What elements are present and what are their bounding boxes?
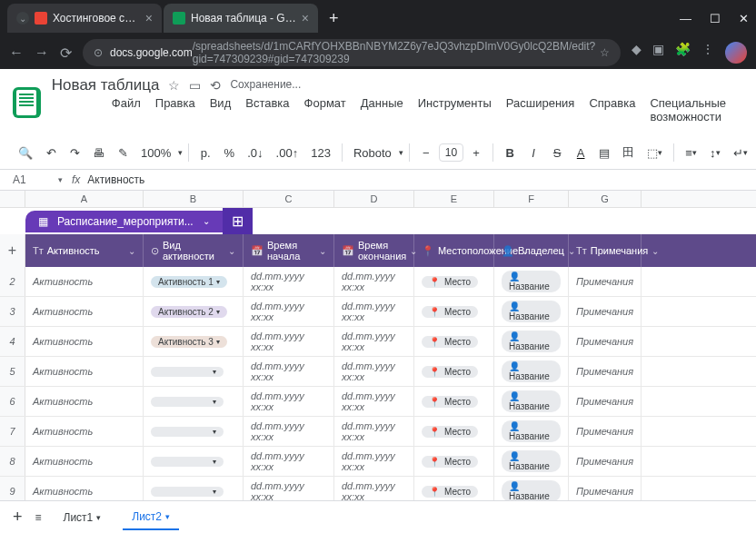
cell-owner[interactable]: 👤 Название	[494, 327, 569, 356]
table-name-chip[interactable]: ▦ Расписание_мероприяти... ⌄	[25, 211, 223, 232]
cell-location[interactable]: 📍Место	[414, 477, 494, 500]
cell-activity[interactable]: Активность	[25, 267, 144, 296]
row-header[interactable]: 8	[0, 447, 25, 476]
cell-end[interactable]: dd.mm.yyyy xx:xx	[334, 447, 414, 476]
cell-notes[interactable]: Примечания	[569, 357, 642, 386]
cloud-status-icon[interactable]: ⟲	[210, 78, 221, 93]
star-icon[interactable]: ☆	[600, 46, 610, 59]
cell-type[interactable]: Активность 2▾	[144, 297, 244, 326]
cell-end[interactable]: dd.mm.yyyy xx:xx	[334, 417, 414, 446]
cell-location[interactable]: 📍Место	[414, 417, 494, 446]
location-chip[interactable]: 📍Место	[422, 366, 478, 378]
owner-chip[interactable]: 👤 Название	[502, 480, 561, 500]
font-increase-button[interactable]: +	[465, 143, 487, 163]
cell-owner[interactable]: 👤 Название	[494, 267, 569, 296]
row-header[interactable]: 3	[0, 297, 25, 326]
cell-type[interactable]: ▾	[144, 417, 244, 446]
browser-tab[interactable]: ⌄ Хостинговое сообщество «Tim... ×	[7, 4, 162, 33]
owner-chip[interactable]: 👤 Название	[502, 271, 561, 292]
cell-activity[interactable]: Активность	[25, 387, 144, 416]
table-header-location[interactable]: 📍Местоположение⌄	[414, 234, 494, 267]
maximize-button[interactable]: ☐	[710, 12, 721, 25]
location-chip[interactable]: 📍Место	[422, 306, 478, 318]
new-tab-button[interactable]: +	[320, 9, 348, 28]
table-expand-button[interactable]: ⊞	[223, 208, 253, 234]
text-color-button[interactable]: A	[570, 143, 592, 163]
cell-start[interactable]: dd.mm.yyyy xx:xx	[244, 477, 334, 500]
back-button[interactable]: ←	[9, 44, 24, 61]
menu-button[interactable]: ⋮	[701, 42, 714, 64]
add-row-button[interactable]: +	[0, 234, 25, 267]
cell-location[interactable]: 📍Место	[414, 357, 494, 386]
decimal-increase-button[interactable]: .00↑	[271, 143, 304, 163]
currency-button[interactable]: р.	[194, 143, 216, 163]
cell-end[interactable]: dd.mm.yyyy xx:xx	[334, 267, 414, 296]
table-header-end[interactable]: 📅Время окончания⌄	[334, 234, 414, 267]
table-header-activity[interactable]: ТтАктивность⌄	[25, 234, 144, 267]
owner-chip[interactable]: 👤 Название	[502, 301, 561, 322]
search-button[interactable]: 🔍	[13, 143, 38, 163]
col-header[interactable]: F	[494, 191, 569, 207]
menu-a11y[interactable]: Специальные возможности	[644, 94, 734, 125]
sheet-tab[interactable]: Лист1 ▾	[55, 506, 111, 529]
profile-avatar[interactable]	[725, 42, 747, 64]
cell-notes[interactable]: Примечания	[569, 477, 642, 500]
activity-chip[interactable]: Активность 2▾	[151, 306, 227, 318]
cell-location[interactable]: 📍Место	[414, 327, 494, 356]
row-header[interactable]: 4	[0, 327, 25, 356]
halign-button[interactable]: ≡ ▾	[680, 143, 702, 163]
cell-start[interactable]: dd.mm.yyyy xx:xx	[244, 357, 334, 386]
cell-location[interactable]: 📍Место	[414, 387, 494, 416]
menu-tools[interactable]: Инструменты	[413, 94, 497, 125]
cell-end[interactable]: dd.mm.yyyy xx:xx	[334, 477, 414, 500]
activity-chip-empty[interactable]: ▾	[151, 427, 224, 437]
reload-button[interactable]: ⟳	[60, 44, 72, 62]
cell-start[interactable]: dd.mm.yyyy xx:xx	[244, 327, 334, 356]
row-header[interactable]: 7	[0, 417, 25, 446]
activity-chip[interactable]: Активность 1▾	[151, 276, 227, 288]
forward-button[interactable]: →	[35, 44, 49, 61]
location-chip[interactable]: 📍Место	[422, 396, 478, 408]
strike-button[interactable]: S	[546, 143, 568, 163]
number-format-button[interactable]: 123	[305, 143, 336, 163]
menu-edit[interactable]: Правка	[150, 94, 201, 125]
activity-chip-empty[interactable]: ▾	[151, 487, 224, 497]
cell-activity[interactable]: Активность	[25, 477, 144, 500]
location-chip[interactable]: 📍Место	[422, 276, 478, 288]
cell-type[interactable]: Активность 3▾	[144, 327, 244, 356]
italic-button[interactable]: I	[522, 143, 544, 163]
cell-notes[interactable]: Примечания	[569, 297, 642, 326]
cell-owner[interactable]: 👤 Название	[494, 357, 569, 386]
menu-insert[interactable]: Вставка	[240, 94, 294, 125]
minimize-button[interactable]: —	[680, 12, 691, 25]
col-header[interactable]: A	[25, 191, 144, 207]
print-button[interactable]: 🖶	[87, 143, 110, 163]
location-chip[interactable]: 📍Место	[422, 486, 478, 498]
cell-activity[interactable]: Активность	[25, 327, 144, 356]
table-header-notes[interactable]: ТтПримечания⌄	[569, 234, 642, 267]
sheets-logo-icon[interactable]	[13, 87, 41, 118]
menu-data[interactable]: Данные	[355, 94, 409, 125]
extension-icon[interactable]: ◆	[632, 42, 642, 64]
cell-owner[interactable]: 👤 Название	[494, 477, 569, 500]
name-box[interactable]: A1	[13, 173, 49, 186]
table-header-owner[interactable]: 👤Владелец⌄	[494, 234, 569, 267]
address-bar[interactable]: ⊙ docs.google.com/spreadsheets/d/1mCARfY…	[83, 39, 621, 66]
add-sheet-button[interactable]: +	[13, 508, 23, 527]
cell-type[interactable]: ▾	[144, 387, 244, 416]
star-icon[interactable]: ☆	[168, 78, 180, 93]
col-header[interactable]: G	[569, 191, 642, 207]
cell-type[interactable]: ▾	[144, 357, 244, 386]
cell-notes[interactable]: Примечания	[569, 267, 642, 296]
close-window-button[interactable]: ✕	[739, 12, 749, 25]
cell-end[interactable]: dd.mm.yyyy xx:xx	[334, 297, 414, 326]
cell-end[interactable]: dd.mm.yyyy xx:xx	[334, 387, 414, 416]
bold-button[interactable]: B	[499, 143, 521, 163]
col-header[interactable]: D	[334, 191, 414, 207]
undo-button[interactable]: ↶	[40, 143, 62, 163]
table-header-type[interactable]: ⊙Вид активности⌄	[144, 234, 244, 267]
close-icon[interactable]: ×	[145, 11, 153, 25]
font-size-input[interactable]: 10	[439, 143, 463, 162]
owner-chip[interactable]: 👤 Название	[502, 390, 561, 412]
borders-button[interactable]: 田	[617, 141, 640, 164]
